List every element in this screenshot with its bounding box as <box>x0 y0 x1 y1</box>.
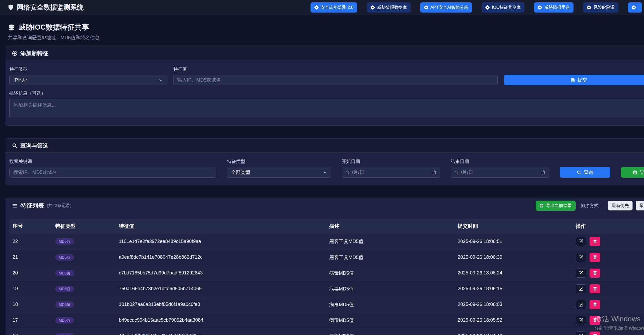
start-date-input[interactable]: 年 /月/日 <box>342 167 440 178</box>
feature-table: 序号 特征类型 特征值 描述 提交时间 操作 22 MD5值 1101e1d7e… <box>9 219 644 335</box>
query-button-label: 查询 <box>584 169 593 176</box>
trash-icon <box>593 287 597 291</box>
pencil-square-icon <box>579 255 583 260</box>
table-row: 22 MD5值 1101e1d7e2fe3972ee8489c15a90f9aa… <box>9 234 644 249</box>
column-id: 序号 <box>9 219 52 234</box>
edit-button[interactable] <box>576 332 586 335</box>
search-icon <box>577 170 581 175</box>
nav-button[interactable]: APT安全AI智能分析 <box>420 2 472 13</box>
plus-circle-icon <box>12 51 17 56</box>
export-button-label: 导出 <box>640 169 644 176</box>
edit-button[interactable] <box>576 316 586 325</box>
sort-option-button[interactable]: 最新优先 <box>608 201 633 210</box>
chevron-down-icon <box>323 170 327 174</box>
app-title: 网络安全数据监测系统 <box>17 3 84 12</box>
navbar-buttons: 安全态势监测 2.0 威胁情报数据库 APT安全AI智能分析 IOC特征共享库 … <box>311 0 642 15</box>
row-id-cell: 17 <box>9 312 52 328</box>
row-desc-cell: 黑客工具MD5值 <box>326 249 454 265</box>
page-title: 威胁IOC数据特征共享 <box>18 23 89 32</box>
calendar-icon <box>540 170 545 175</box>
nav-button[interactable] <box>628 2 642 13</box>
row-value-cell: 750a166e4b73b2e1bffe6d505b714069 <box>116 281 326 297</box>
row-type-cell: MD5值 <box>52 265 116 281</box>
row-id-cell: 19 <box>9 281 52 297</box>
gear-icon <box>632 5 636 10</box>
export-results-button[interactable]: 导出当前结果 <box>536 201 576 211</box>
export-button[interactable]: 导出 <box>621 167 644 178</box>
column-time: 提交时间 <box>454 219 572 234</box>
nav-button[interactable]: 威胁情报平台 <box>534 2 574 13</box>
trash-icon <box>593 271 597 275</box>
feature-type-value: IP地址 <box>13 77 28 83</box>
feature-table-body: 22 MD5值 1101e1d7e2fe3972ee8489c15a90f9aa… <box>9 234 644 335</box>
delete-button[interactable] <box>590 237 600 246</box>
edit-button[interactable] <box>576 300 586 309</box>
row-type-cell: MD5值 <box>52 234 116 249</box>
delete-button[interactable] <box>590 269 600 278</box>
save-icon <box>571 78 575 82</box>
sort-option-button[interactable]: 最早优先 <box>636 201 644 210</box>
delete-button[interactable] <box>590 316 600 325</box>
list-header-right: 导出当前结果 排序方式： 最新优先最早优先 <box>536 201 644 211</box>
row-desc-cell: 黑客工具MD5值 <box>326 234 454 249</box>
end-date-input[interactable]: 年 /月/日 <box>451 167 549 178</box>
description-textarea[interactable] <box>9 99 644 118</box>
row-actions-cell <box>572 265 644 281</box>
feature-value-label: 特征值 <box>173 66 498 72</box>
delete-button[interactable] <box>590 253 600 262</box>
feature-type-select[interactable]: IP地址 <box>9 75 167 85</box>
row-time-cell: 2025-09-26 18:04:49 <box>454 328 572 335</box>
app-brand: 网络安全数据监测系统 <box>7 3 84 12</box>
column-actions: 操作 <box>572 219 644 234</box>
table-row: 20 MD5值 c7bd7185bb75d7d99d7badf591292643… <box>9 265 644 281</box>
row-type-cell: MD5值 <box>52 328 116 335</box>
type-badge: MD5值 <box>55 254 74 261</box>
edit-button[interactable] <box>576 253 586 262</box>
row-id-cell: 20 <box>9 265 52 281</box>
edit-button[interactable] <box>576 284 586 293</box>
filter-card-title: 查询与筛选 <box>20 142 48 149</box>
nav-button[interactable]: 安全态势监测 2.0 <box>311 2 357 13</box>
type-badge: MD5值 <box>55 238 74 245</box>
chevron-down-icon <box>159 78 163 82</box>
gear-icon <box>538 5 542 10</box>
pencil-square-icon <box>579 271 583 275</box>
row-type-cell: MD5值 <box>52 297 116 312</box>
delete-button[interactable] <box>590 332 600 335</box>
nav-button[interactable]: 威胁情报数据库 <box>367 2 411 13</box>
nav-button[interactable]: 风险IP溯源 <box>583 2 618 13</box>
nav-button-label: 威胁情报平台 <box>544 5 570 10</box>
table-row: 16 MD5值 43a7ef433907445bd1b4b742f77776ec… <box>9 328 644 335</box>
keyword-input[interactable] <box>9 167 216 178</box>
pencil-square-icon <box>579 334 583 335</box>
row-id-cell: 21 <box>9 249 52 265</box>
add-card-header: 添加新特征 <box>5 46 644 60</box>
add-feature-card: 添加新特征 特征类型 IP地址 特征值 <box>5 46 644 126</box>
nav-button-label: 威胁情报数据库 <box>377 5 407 10</box>
row-desc-cell: 病毒MD5值 <box>326 281 454 297</box>
database-icon <box>8 24 15 31</box>
nav-button[interactable]: IOC特征共享库 <box>482 2 524 13</box>
edit-button[interactable] <box>576 269 586 278</box>
feature-value-input[interactable] <box>173 75 498 85</box>
type-badge: MD5值 <box>55 301 74 308</box>
nav-button-label: IOC特征共享库 <box>492 5 521 10</box>
start-date-label: 开始日期 <box>342 158 440 165</box>
add-card-title: 添加新特征 <box>20 50 48 57</box>
add-card-body: 特征类型 IP地址 特征值 提交 <box>5 60 644 125</box>
edit-button[interactable] <box>576 237 586 246</box>
submit-button[interactable]: 提交 <box>504 75 644 85</box>
row-desc-cell: 病毒MD5值 <box>326 265 454 281</box>
sort-buttons: 最新优先最早优先 <box>608 201 644 210</box>
row-value-cell: c7bd7185bb75d7d99d7badf591292643 <box>116 265 326 281</box>
row-time-cell: 2025-09-26 18:06:03 <box>454 297 572 312</box>
feature-type-label: 特征类型 <box>9 66 167 72</box>
query-button[interactable]: 查询 <box>560 167 610 178</box>
gear-icon <box>485 5 490 10</box>
delete-button[interactable] <box>590 284 600 293</box>
row-actions-cell <box>572 312 644 328</box>
keyword-label: 搜索关键词 <box>9 158 216 165</box>
filter-type-select[interactable]: 全部类型 <box>227 167 331 178</box>
delete-button[interactable] <box>590 300 600 309</box>
trash-icon <box>593 240 597 244</box>
